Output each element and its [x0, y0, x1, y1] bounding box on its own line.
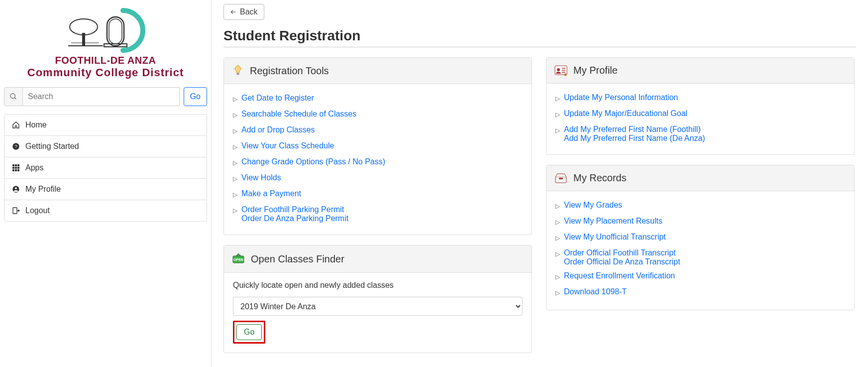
- triangle-icon: ▷: [233, 141, 237, 152]
- list-item: ▷Searchable Schedule of Classes: [233, 107, 523, 123]
- svg-point-7: [10, 94, 15, 98]
- triangle-icon: ▷: [233, 110, 237, 121]
- svg-point-34: [564, 73, 567, 76]
- sidebar-item-my-profile[interactable]: My Profile: [4, 179, 207, 200]
- link-preferred-name-foothill[interactable]: Add My Preferred First Name (Foothill): [564, 125, 705, 134]
- link-preferred-name: Add My Preferred First Name (Foothill) A…: [564, 125, 705, 143]
- svg-point-4: [70, 19, 98, 35]
- triangle-icon: ▷: [233, 125, 237, 136]
- list-item: ▷Add or Drop Classes: [233, 123, 523, 139]
- open-classes-go-button[interactable]: Go: [236, 324, 262, 340]
- back-button[interactable]: Back: [223, 4, 264, 20]
- open-classes-helper: Quickly locate open and newly added clas…: [233, 281, 523, 290]
- svg-rect-15: [15, 167, 17, 169]
- link-view-grades[interactable]: View My Grades: [564, 201, 622, 210]
- link-download-1098t[interactable]: Download 1098-T: [564, 287, 627, 296]
- svg-rect-23: [237, 73, 239, 75]
- arrow-left-icon: [230, 8, 237, 15]
- list-item: ▷Update My Major/Educational Goal: [555, 107, 845, 122]
- page-title: Student Registration: [223, 28, 856, 47]
- link-make-payment[interactable]: Make a Payment: [241, 189, 301, 198]
- registration-tools-list: ▷Get Date to Register ▷Searchable Schedu…: [233, 91, 523, 226]
- sidebar-item-apps[interactable]: Apps: [4, 157, 207, 179]
- list-item: ▷View Holds: [233, 171, 523, 187]
- term-select[interactable]: 2019 Winter De Anza: [233, 297, 523, 316]
- link-view-holds[interactable]: View Holds: [241, 173, 281, 182]
- panel-header: Registration Tools: [224, 58, 532, 84]
- panel-body: ▷Update My Personal Information ▷Update …: [546, 84, 854, 154]
- list-item: ▷Make a Payment: [233, 187, 523, 203]
- search-bar: Go: [4, 87, 207, 106]
- my-records-list: ▷View My Grades ▷View My Placement Resul…: [555, 198, 845, 301]
- sidebar-item-getting-started[interactable]: ? Getting Started: [4, 136, 207, 157]
- left-column: Registration Tools ▷Get Date to Register…: [223, 57, 532, 353]
- link-update-major[interactable]: Update My Major/Educational Goal: [564, 109, 687, 118]
- brand-logo-graphic: [63, 8, 148, 53]
- panel-body: ▷Get Date to Register ▷Searchable Schedu…: [224, 84, 532, 235]
- lightbulb-icon: [232, 65, 244, 77]
- triangle-icon: ▷: [555, 109, 560, 120]
- panel-my-profile: My Profile ▷Update My Personal Informati…: [546, 57, 855, 155]
- triangle-icon: ▷: [233, 205, 237, 216]
- panel-open-classes: OPEN Open Classes Finder Quickly locate …: [223, 245, 532, 353]
- sidebar-item-label: Home: [25, 121, 47, 129]
- panel-title: Registration Tools: [250, 65, 329, 77]
- brand-logo: FOOTHILL-DE ANZA Community College Distr…: [4, 4, 207, 81]
- link-enrollment-verification[interactable]: Request Enrollment Verification: [564, 271, 675, 280]
- brand-text-line1: FOOTHILL-DE ANZA: [4, 55, 207, 66]
- panel-title: My Records: [573, 172, 627, 184]
- panel-my-records: My Records ▷View My Grades ▷View My Plac…: [546, 165, 855, 310]
- svg-rect-14: [12, 167, 14, 169]
- link-get-date-to-register[interactable]: Get Date to Register: [241, 94, 314, 103]
- list-item: ▷ Order Foothill Parking Permit Order De…: [233, 203, 523, 226]
- link-placement-results[interactable]: View My Placement Results: [564, 217, 662, 226]
- search-input[interactable]: [23, 87, 180, 106]
- link-unofficial-transcript[interactable]: View My Unofficial Transcript: [564, 233, 666, 242]
- link-add-drop-classes[interactable]: Add or Drop Classes: [241, 125, 315, 134]
- link-searchable-schedule[interactable]: Searchable Schedule of Classes: [241, 110, 356, 119]
- main-content: Back Student Registration Registration T…: [212, 0, 868, 367]
- list-item: ▷Update My Personal Information: [555, 91, 845, 107]
- link-preferred-name-deanza[interactable]: Add My Preferred First Name (De Anza): [564, 134, 705, 143]
- triangle-icon: ▷: [555, 271, 560, 282]
- user-circle-icon: [11, 185, 20, 193]
- panel-title: Open Classes Finder: [251, 253, 344, 265]
- svg-rect-12: [15, 164, 17, 166]
- link-foothill-parking[interactable]: Order Foothill Parking Permit: [241, 205, 348, 214]
- home-icon: [11, 121, 20, 129]
- logout-icon: [11, 207, 20, 215]
- link-official-transcript-foothill[interactable]: Order Official Foothill Transcript: [564, 248, 680, 257]
- svg-rect-36: [559, 178, 563, 179]
- link-deanza-parking[interactable]: Order De Anza Parking Permit: [241, 214, 348, 223]
- list-item: ▷View Your Class Schedule: [233, 139, 523, 155]
- svg-rect-18: [15, 169, 17, 171]
- link-change-grade-options[interactable]: Change Grade Options (Pass / No Pass): [241, 157, 385, 166]
- list-item: ▷Get Date to Register: [233, 91, 523, 107]
- svg-rect-35: [555, 177, 566, 183]
- link-official-transcript-deanza[interactable]: Order Official De Anza Transcript: [564, 257, 680, 266]
- panel-header: My Records: [546, 165, 854, 191]
- my-profile-list: ▷Update My Personal Information ▷Update …: [555, 91, 845, 145]
- svg-point-30: [557, 68, 560, 71]
- svg-rect-17: [12, 169, 14, 171]
- list-item: ▷ Order Official Foothill Transcript Ord…: [555, 246, 845, 269]
- svg-rect-22: [13, 208, 17, 214]
- list-item: ▷ Add My Preferred First Name (Foothill)…: [555, 122, 845, 145]
- search-icon: [4, 87, 23, 106]
- sidebar-item-label: Logout: [25, 206, 50, 215]
- search-go-button[interactable]: Go: [184, 87, 207, 106]
- sidebar-item-label: Getting Started: [25, 142, 79, 151]
- sidebar-item-logout[interactable]: Logout: [4, 200, 207, 221]
- sidebar-item-home[interactable]: Home: [4, 115, 207, 136]
- svg-rect-1: [109, 19, 122, 44]
- panel-title: My Profile: [573, 65, 618, 76]
- link-view-class-schedule[interactable]: View Your Class Schedule: [241, 141, 334, 150]
- svg-text:?: ?: [14, 144, 17, 149]
- link-update-personal-info[interactable]: Update My Personal Information: [564, 93, 678, 102]
- panel-body: ▷View My Grades ▷View My Placement Resul…: [546, 191, 854, 310]
- svg-rect-11: [12, 164, 14, 166]
- sidebar: FOOTHILL-DE ANZA Community College Distr…: [0, 0, 212, 367]
- triangle-icon: ▷: [555, 125, 560, 136]
- triangle-icon: ▷: [233, 157, 237, 168]
- svg-rect-19: [17, 169, 19, 171]
